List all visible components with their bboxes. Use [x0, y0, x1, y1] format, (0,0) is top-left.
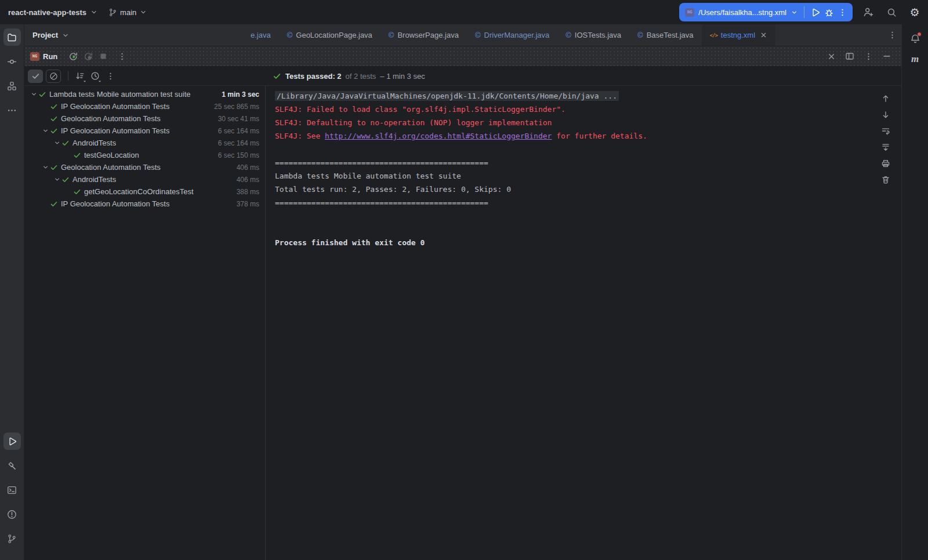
test-tree-row[interactable]: Geolocation Automation Tests30 sec 41 ms	[24, 112, 265, 125]
close-tab-icon[interactable]	[760, 31, 767, 39]
test-tree-row[interactable]: Geolocation Automation Tests406 ms	[24, 161, 265, 173]
run-tool-button[interactable]	[3, 432, 21, 450]
editor-tab[interactable]: ©GeoLocationPage.java	[279, 24, 380, 46]
previous-occurrence-button[interactable]	[878, 92, 893, 106]
next-occurrence-button[interactable]	[878, 108, 893, 122]
settings-gear-button[interactable]: ⚙	[907, 5, 922, 19]
notifications-bell-button[interactable]	[907, 30, 924, 48]
test-passed-check-icon	[50, 103, 58, 111]
chevron-expanded-icon[interactable]	[52, 139, 61, 147]
divider	[68, 71, 68, 81]
stop-button[interactable]	[96, 49, 111, 63]
soft-wrap-button[interactable]	[878, 124, 893, 138]
test-duration: 1 min 3 sec	[222, 90, 265, 99]
test-tree-row[interactable]: getGeoLocationCoOrdinatesTest388 ms	[24, 186, 265, 198]
panel-options-kebab-icon[interactable]	[861, 49, 876, 63]
close-panel-button[interactable]	[824, 49, 839, 63]
print-button[interactable]	[878, 157, 893, 170]
run-button[interactable]	[810, 8, 820, 17]
problems-tool-button[interactable]	[3, 506, 21, 523]
maven-tool-button[interactable]: m	[911, 53, 919, 65]
more-options-kebab-icon[interactable]	[114, 49, 129, 63]
console-link[interactable]: http://www.slf4j.org/codes.html#StaticLo…	[325, 132, 552, 140]
test-tree-row[interactable]: testGeoLocation6 sec 150 ms	[24, 149, 265, 161]
test-tree-row[interactable]: IP Geolocation Automation Tests378 ms	[24, 198, 265, 210]
main-toolbar: react-native-app-tests main NG /Users/fa…	[0, 0, 928, 24]
test-duration: 406 ms	[237, 163, 265, 172]
clear-console-button[interactable]	[878, 173, 893, 187]
build-tool-button[interactable]	[3, 457, 21, 474]
editor-tab[interactable]: </>testng.xml	[702, 24, 776, 46]
test-duration: 6 sec 164 ms	[218, 127, 265, 135]
test-tree-row[interactable]: Lambda tests Mobile automation test suit…	[24, 88, 265, 100]
run-console[interactable]: /Library/Java/JavaVirtualMachines/openjd…	[266, 86, 870, 560]
more-actions-button[interactable]	[838, 8, 847, 17]
tests-total-text: of 2 tests	[346, 72, 376, 81]
sort-by-duration-button[interactable]	[88, 69, 103, 83]
vcs-branch-widget[interactable]: main	[108, 8, 147, 17]
chevron-down-icon	[90, 8, 98, 16]
notification-dot	[917, 32, 922, 37]
test-passed-check-icon	[50, 127, 58, 135]
show-passed-filter-button[interactable]	[28, 70, 43, 83]
branch-icon	[108, 8, 117, 17]
project-tool-button[interactable]	[3, 28, 21, 46]
test-duration: 30 sec 41 ms	[218, 115, 265, 123]
editor-tab[interactable]: ©BaseTest.java	[629, 24, 702, 46]
console-line[interactable]: SLF4J: See http://www.slf4j.org/codes.ht…	[275, 129, 870, 143]
console-line: ========================================…	[275, 156, 870, 169]
rerun-button[interactable]	[66, 49, 81, 63]
layout-settings-button[interactable]	[842, 49, 857, 63]
test-name: AndroidTests	[72, 175, 116, 184]
test-tree-row[interactable]: AndroidTests406 ms	[24, 173, 265, 186]
terminal-tool-button[interactable]	[3, 481, 21, 499]
editor-tab-bar: Project e.java©GeoLocationPage.java©Brow…	[24, 24, 901, 46]
hide-panel-button[interactable]	[879, 49, 894, 63]
play-icon	[7, 437, 17, 446]
debug-button[interactable]	[824, 8, 834, 17]
project-widget[interactable]: react-native-app-tests	[8, 8, 98, 17]
more-tool-windows-button[interactable]	[3, 101, 21, 119]
test-duration: 6 sec 150 ms	[218, 151, 265, 159]
test-passed-check-icon	[38, 90, 46, 99]
test-passed-check-icon	[50, 115, 58, 123]
sort-tests-button[interactable]	[72, 69, 88, 83]
test-tree-row[interactable]: AndroidTests6 sec 164 ms	[24, 137, 265, 149]
editor-tab[interactable]: ©BrowserPage.java	[380, 24, 467, 46]
show-ignored-filter-button[interactable]	[46, 70, 61, 83]
commit-tool-button[interactable]	[3, 53, 21, 70]
rerun-failed-tests-button[interactable]	[81, 49, 96, 63]
test-status-bar: Tests passed: 2 of 2 tests – 1 min 3 sec	[273, 72, 425, 81]
chevron-down-icon[interactable]	[791, 9, 798, 16]
console-line: SLF4J: Defaulting to no-operation (NOP) …	[275, 116, 870, 129]
tab-label: BaseTest.java	[647, 31, 694, 39]
editor-tab[interactable]: ©IOSTests.java	[557, 24, 629, 46]
chevron-expanded-icon[interactable]	[52, 176, 61, 183]
test-duration: 25 sec 865 ms	[214, 103, 265, 111]
console-line: Total tests run: 2, Passes: 2, Failures:…	[275, 183, 870, 196]
version-control-tool-button[interactable]	[3, 530, 21, 547]
activity-bar	[0, 24, 24, 560]
tab-list-kebab-icon[interactable]	[888, 31, 897, 39]
run-configuration-name[interactable]: /Users/faisalkha...stng.xml	[698, 8, 786, 17]
test-tree-row[interactable]: IP Geolocation Automation Tests6 sec 164…	[24, 125, 265, 137]
chevron-expanded-icon[interactable]	[41, 127, 50, 134]
test-tree-row[interactable]: IP Geolocation Automation Tests25 sec 86…	[24, 100, 265, 112]
test-passed-check-icon	[61, 139, 70, 147]
editor-tab[interactable]: ©DriverManager.java	[467, 24, 557, 46]
structure-tool-button[interactable]	[3, 77, 21, 94]
folder-icon	[7, 32, 17, 42]
scroll-to-end-button[interactable]	[878, 140, 893, 154]
terminal-icon	[7, 485, 17, 495]
run-panel-toolbar: NG Run	[24, 46, 901, 67]
project-panel-header[interactable]: Project	[24, 24, 249, 46]
editor-tab[interactable]: e.java	[249, 24, 279, 46]
code-with-me-button[interactable]	[861, 5, 876, 19]
test-passed-check-icon	[61, 176, 70, 184]
chevron-expanded-icon[interactable]	[41, 163, 50, 171]
search-everywhere-button[interactable]	[884, 5, 899, 19]
chevron-expanded-icon[interactable]	[29, 90, 38, 98]
test-options-kebab-icon[interactable]	[103, 69, 118, 83]
console-line	[275, 143, 870, 156]
console-toolbar	[870, 86, 901, 560]
